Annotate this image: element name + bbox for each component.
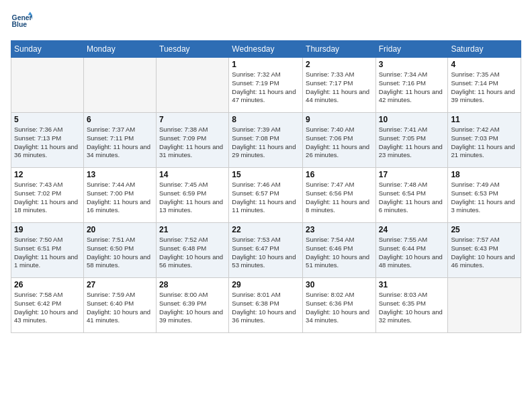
day-info: Sunrise: 7:41 AMSunset: 7:05 PMDaylight:… bbox=[379, 126, 445, 160]
day-number: 29 bbox=[232, 280, 300, 289]
day-number: 8 bbox=[232, 115, 300, 124]
calendar-cell: 15Sunrise: 7:46 AMSunset: 6:57 PMDayligh… bbox=[229, 168, 303, 223]
calendar-table: SundayMondayTuesdayWednesdayThursdayFrid… bbox=[11, 40, 521, 333]
header: General Blue bbox=[11, 11, 521, 32]
day-info: Sunrise: 7:32 AMSunset: 7:19 PMDaylight:… bbox=[232, 71, 300, 105]
day-info: Sunrise: 7:34 AMSunset: 7:16 PMDaylight:… bbox=[379, 71, 445, 105]
day-number: 15 bbox=[232, 170, 300, 179]
week-row-2: 5Sunrise: 7:36 AMSunset: 7:13 PMDaylight… bbox=[11, 113, 521, 168]
calendar-cell: 22Sunrise: 7:53 AMSunset: 6:47 PMDayligh… bbox=[229, 223, 303, 278]
day-number: 28 bbox=[159, 280, 226, 289]
day-info: Sunrise: 7:57 AMSunset: 6:43 PMDaylight:… bbox=[451, 236, 518, 270]
day-info: Sunrise: 8:00 AMSunset: 6:39 PMDaylight:… bbox=[159, 291, 226, 325]
day-info: Sunrise: 7:55 AMSunset: 6:44 PMDaylight:… bbox=[379, 236, 445, 270]
day-info: Sunrise: 7:59 AMSunset: 6:40 PMDaylight:… bbox=[87, 291, 153, 325]
day-number: 27 bbox=[87, 280, 153, 289]
calendar-cell: 29Sunrise: 8:01 AMSunset: 6:38 PMDayligh… bbox=[229, 278, 303, 333]
calendar-cell: 17Sunrise: 7:48 AMSunset: 6:54 PMDayligh… bbox=[375, 168, 448, 223]
day-info: Sunrise: 7:38 AMSunset: 7:09 PMDaylight:… bbox=[159, 126, 226, 160]
logo-icon: General Blue bbox=[11, 11, 32, 32]
day-number: 17 bbox=[379, 170, 445, 179]
day-number: 10 bbox=[379, 115, 445, 124]
calendar-cell: 16Sunrise: 7:47 AMSunset: 6:56 PMDayligh… bbox=[303, 168, 376, 223]
day-info: Sunrise: 7:39 AMSunset: 7:08 PMDaylight:… bbox=[232, 126, 300, 160]
day-number: 4 bbox=[451, 60, 518, 69]
day-number: 11 bbox=[451, 115, 518, 124]
calendar-cell: 14Sunrise: 7:45 AMSunset: 6:59 PMDayligh… bbox=[157, 168, 229, 223]
day-number: 6 bbox=[87, 115, 153, 124]
day-number: 2 bbox=[306, 60, 373, 69]
weekday-header-sunday: Sunday bbox=[11, 41, 84, 58]
svg-text:Blue: Blue bbox=[12, 21, 28, 28]
day-number: 24 bbox=[379, 225, 445, 234]
calendar-cell: 31Sunrise: 8:03 AMSunset: 6:35 PMDayligh… bbox=[375, 278, 448, 333]
calendar-cell: 13Sunrise: 7:44 AMSunset: 7:00 PMDayligh… bbox=[83, 168, 156, 223]
day-number: 20 bbox=[87, 225, 153, 234]
calendar-cell: 7Sunrise: 7:38 AMSunset: 7:09 PMDaylight… bbox=[157, 113, 229, 168]
calendar-cell bbox=[157, 58, 229, 113]
day-info: Sunrise: 7:58 AMSunset: 6:42 PMDaylight:… bbox=[14, 291, 81, 325]
day-info: Sunrise: 7:42 AMSunset: 7:03 PMDaylight:… bbox=[451, 126, 518, 160]
day-info: Sunrise: 7:35 AMSunset: 7:14 PMDaylight:… bbox=[451, 71, 518, 105]
calendar-cell: 1Sunrise: 7:32 AMSunset: 7:19 PMDaylight… bbox=[229, 58, 303, 113]
day-number: 25 bbox=[451, 225, 518, 234]
day-info: Sunrise: 8:03 AMSunset: 6:35 PMDaylight:… bbox=[379, 291, 445, 325]
calendar-cell: 24Sunrise: 7:55 AMSunset: 6:44 PMDayligh… bbox=[375, 223, 448, 278]
day-info: Sunrise: 8:01 AMSunset: 6:38 PMDaylight:… bbox=[232, 291, 300, 325]
calendar-cell: 30Sunrise: 8:02 AMSunset: 6:36 PMDayligh… bbox=[303, 278, 376, 333]
day-number: 23 bbox=[306, 225, 373, 234]
day-number: 7 bbox=[159, 115, 226, 124]
day-number: 21 bbox=[159, 225, 226, 234]
week-row-4: 19Sunrise: 7:50 AMSunset: 6:51 PMDayligh… bbox=[11, 223, 521, 278]
week-row-5: 26Sunrise: 7:58 AMSunset: 6:42 PMDayligh… bbox=[11, 278, 521, 333]
day-number: 31 bbox=[379, 280, 445, 289]
weekday-header-row: SundayMondayTuesdayWednesdayThursdayFrid… bbox=[11, 41, 521, 58]
day-info: Sunrise: 7:43 AMSunset: 7:02 PMDaylight:… bbox=[14, 181, 81, 215]
day-info: Sunrise: 7:48 AMSunset: 6:54 PMDaylight:… bbox=[379, 181, 445, 215]
day-info: Sunrise: 7:51 AMSunset: 6:50 PMDaylight:… bbox=[87, 236, 153, 270]
day-info: Sunrise: 7:54 AMSunset: 6:46 PMDaylight:… bbox=[306, 236, 373, 270]
calendar-cell: 6Sunrise: 7:37 AMSunset: 7:11 PMDaylight… bbox=[83, 113, 156, 168]
day-info: Sunrise: 7:47 AMSunset: 6:56 PMDaylight:… bbox=[306, 181, 373, 215]
page: General Blue SundayMondayTuesdayWednesda… bbox=[0, 0, 532, 411]
calendar-cell: 3Sunrise: 7:34 AMSunset: 7:16 PMDaylight… bbox=[375, 58, 448, 113]
week-row-3: 12Sunrise: 7:43 AMSunset: 7:02 PMDayligh… bbox=[11, 168, 521, 223]
day-number: 26 bbox=[14, 280, 81, 289]
weekday-header-thursday: Thursday bbox=[303, 41, 376, 58]
day-number: 1 bbox=[232, 60, 300, 69]
day-number: 5 bbox=[14, 115, 81, 124]
day-info: Sunrise: 7:53 AMSunset: 6:47 PMDaylight:… bbox=[232, 236, 300, 270]
weekday-header-tuesday: Tuesday bbox=[157, 41, 229, 58]
day-number: 16 bbox=[306, 170, 373, 179]
calendar-cell: 27Sunrise: 7:59 AMSunset: 6:40 PMDayligh… bbox=[83, 278, 156, 333]
day-info: Sunrise: 7:37 AMSunset: 7:11 PMDaylight:… bbox=[87, 126, 153, 160]
calendar-cell: 18Sunrise: 7:49 AMSunset: 6:53 PMDayligh… bbox=[448, 168, 521, 223]
calendar-cell: 23Sunrise: 7:54 AMSunset: 6:46 PMDayligh… bbox=[303, 223, 376, 278]
calendar-cell: 19Sunrise: 7:50 AMSunset: 6:51 PMDayligh… bbox=[11, 223, 84, 278]
calendar-cell: 9Sunrise: 7:40 AMSunset: 7:06 PMDaylight… bbox=[303, 113, 376, 168]
svg-marker-2 bbox=[28, 12, 32, 15]
calendar-cell: 4Sunrise: 7:35 AMSunset: 7:14 PMDaylight… bbox=[448, 58, 521, 113]
day-number: 14 bbox=[159, 170, 226, 179]
day-info: Sunrise: 7:33 AMSunset: 7:17 PMDaylight:… bbox=[306, 71, 373, 105]
week-row-1: 1Sunrise: 7:32 AMSunset: 7:19 PMDaylight… bbox=[11, 58, 521, 113]
calendar-cell: 26Sunrise: 7:58 AMSunset: 6:42 PMDayligh… bbox=[11, 278, 84, 333]
day-info: Sunrise: 7:45 AMSunset: 6:59 PMDaylight:… bbox=[159, 181, 226, 215]
day-number: 12 bbox=[14, 170, 81, 179]
day-number: 30 bbox=[306, 280, 373, 289]
day-info: Sunrise: 7:52 AMSunset: 6:48 PMDaylight:… bbox=[159, 236, 226, 270]
day-info: Sunrise: 7:49 AMSunset: 6:53 PMDaylight:… bbox=[451, 181, 518, 215]
calendar-cell: 21Sunrise: 7:52 AMSunset: 6:48 PMDayligh… bbox=[157, 223, 229, 278]
day-number: 22 bbox=[232, 225, 300, 234]
calendar-cell: 10Sunrise: 7:41 AMSunset: 7:05 PMDayligh… bbox=[375, 113, 448, 168]
weekday-header-saturday: Saturday bbox=[448, 41, 521, 58]
day-number: 19 bbox=[14, 225, 81, 234]
calendar-cell: 11Sunrise: 7:42 AMSunset: 7:03 PMDayligh… bbox=[448, 113, 521, 168]
calendar-cell: 8Sunrise: 7:39 AMSunset: 7:08 PMDaylight… bbox=[229, 113, 303, 168]
day-number: 18 bbox=[451, 170, 518, 179]
weekday-header-wednesday: Wednesday bbox=[229, 41, 303, 58]
day-info: Sunrise: 7:50 AMSunset: 6:51 PMDaylight:… bbox=[14, 236, 81, 270]
weekday-header-monday: Monday bbox=[83, 41, 156, 58]
calendar-cell: 2Sunrise: 7:33 AMSunset: 7:17 PMDaylight… bbox=[303, 58, 376, 113]
day-info: Sunrise: 8:02 AMSunset: 6:36 PMDaylight:… bbox=[306, 291, 373, 325]
